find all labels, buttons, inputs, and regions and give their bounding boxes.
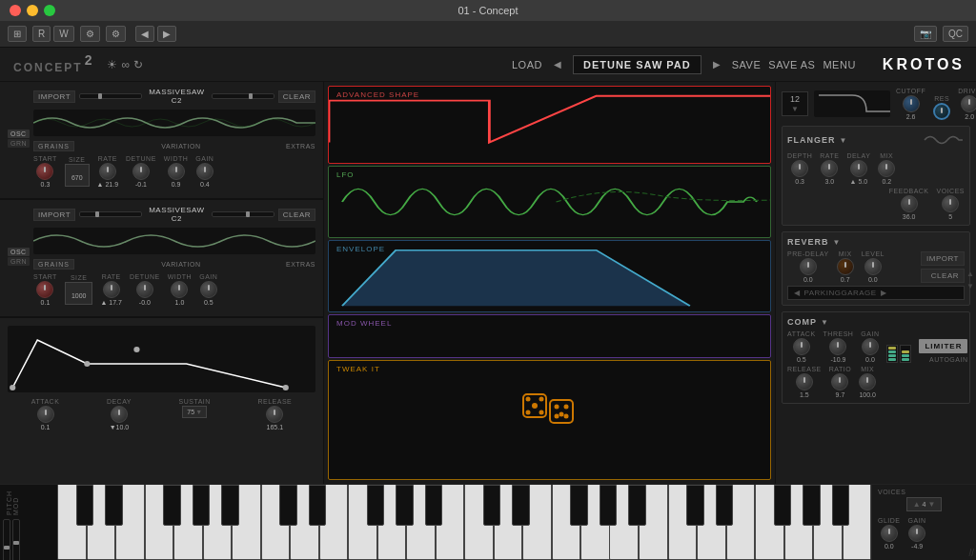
black-key[interactable] xyxy=(309,485,326,526)
next-preset-button[interactable]: ▶ xyxy=(157,26,176,42)
black-key[interactable] xyxy=(221,485,238,526)
comp-gain-knob[interactable] xyxy=(862,338,879,355)
pitch-mod-slider2[interactable] xyxy=(12,519,20,560)
next-preset-arrow[interactable]: ▶ xyxy=(709,59,724,70)
black-key[interactable] xyxy=(163,485,180,526)
write-button[interactable]: W xyxy=(53,26,73,42)
osc1-rate-knob[interactable] xyxy=(99,163,116,180)
black-key[interactable] xyxy=(600,485,617,526)
osc2-width-knob[interactable] xyxy=(171,281,188,298)
limiter-button[interactable]: LIMITER xyxy=(919,339,967,353)
grn2-tab[interactable]: GRN xyxy=(8,257,30,266)
load-button[interactable]: LOAD xyxy=(512,59,542,70)
osc1-detune-knob[interactable] xyxy=(132,163,150,180)
minimize-button[interactable] xyxy=(27,5,38,16)
osc2-right-slider[interactable] xyxy=(212,211,274,217)
black-key[interactable] xyxy=(686,485,703,526)
comp-name[interactable]: COMP xyxy=(787,317,817,327)
sustain-display[interactable]: 75 ▼ xyxy=(182,406,207,418)
black-key[interactable] xyxy=(279,485,296,526)
save-as-button[interactable]: SAVE AS xyxy=(768,59,815,70)
sync-icon[interactable]: ⚙ xyxy=(80,26,100,42)
black-key[interactable] xyxy=(425,485,442,526)
osc2-slider[interactable] xyxy=(79,211,142,217)
osc2-import-button[interactable]: IMPORT xyxy=(33,209,75,221)
reverb-clear-button[interactable]: CLEAR xyxy=(921,269,965,283)
comp-dropdown[interactable]: ▼ xyxy=(821,318,828,327)
osc1-right-slider[interactable] xyxy=(212,93,274,99)
black-key[interactable] xyxy=(105,485,122,526)
decay-knob[interactable] xyxy=(111,406,128,423)
osc2-start-knob[interactable] xyxy=(36,281,53,298)
osc1-gain-knob[interactable] xyxy=(196,163,214,180)
flanger-mix-knob[interactable] xyxy=(878,160,895,177)
osc1-size-display[interactable]: 670 xyxy=(65,164,90,187)
record-button[interactable]: R xyxy=(32,26,51,42)
osc2-rate-knob[interactable] xyxy=(103,281,120,298)
config-icon[interactable]: ⚙ xyxy=(106,26,126,42)
black-key[interactable] xyxy=(832,485,849,526)
close-button[interactable] xyxy=(10,5,21,16)
osc2-tab[interactable]: OSC xyxy=(8,248,30,256)
scroll-down-arrow[interactable]: ▼ xyxy=(966,282,974,290)
camera-icon[interactable]: 📷 xyxy=(914,26,937,42)
drive-knob[interactable] xyxy=(961,95,976,112)
black-key[interactable] xyxy=(483,485,500,526)
black-key[interactable] xyxy=(193,485,210,526)
black-key[interactable] xyxy=(628,485,645,526)
save-button[interactable]: SAVE xyxy=(732,59,762,70)
tweak-it-icon[interactable] xyxy=(521,392,579,449)
release-knob[interactable] xyxy=(266,406,283,423)
osc2-detune-knob[interactable] xyxy=(136,281,153,298)
cutoff-knob[interactable] xyxy=(903,95,920,112)
attack-knob[interactable] xyxy=(37,406,54,423)
voices-value-display[interactable]: ▲ 4 ▼ xyxy=(906,497,943,511)
maximize-button[interactable] xyxy=(44,5,55,16)
osc1-width-knob[interactable] xyxy=(168,163,185,180)
filter-num-display[interactable]: 12 ▼ xyxy=(782,91,808,116)
qc-button[interactable]: QC xyxy=(943,26,968,42)
flanger-dropdown[interactable]: ▼ xyxy=(840,136,847,145)
black-key[interactable] xyxy=(716,485,733,526)
reverb-dropdown[interactable]: ▼ xyxy=(833,238,841,247)
refresh-icon[interactable]: ↻ xyxy=(133,58,143,71)
reverb-import-button[interactable]: IMPORT xyxy=(921,251,965,266)
comp-release-knob[interactable] xyxy=(796,373,813,390)
flanger-rate-knob[interactable] xyxy=(821,160,838,177)
pitch-mod-slider[interactable] xyxy=(3,519,10,560)
reverb-level-knob[interactable] xyxy=(864,258,882,275)
reverb-preset-button[interactable]: ◀ PARKINGGARAGE ▶ xyxy=(787,286,965,300)
link-icon[interactable]: ∞ xyxy=(121,58,130,71)
sun-icon[interactable]: ☀ xyxy=(107,58,117,71)
osc1-slider[interactable] xyxy=(79,93,142,99)
osc1-import-button[interactable]: IMPORT xyxy=(33,90,75,103)
flanger-depth-knob[interactable] xyxy=(791,160,808,177)
piano-keys[interactable] xyxy=(57,485,871,560)
flanger-delay-knob[interactable] xyxy=(850,160,867,177)
osc1-start-knob[interactable] xyxy=(36,163,53,180)
black-key[interactable] xyxy=(570,485,587,526)
reverb-mix-knob[interactable] xyxy=(837,258,854,275)
settings-icon[interactable]: ⊞ xyxy=(8,26,27,42)
comp-thresh-knob[interactable] xyxy=(829,338,846,355)
black-key[interactable] xyxy=(367,485,384,526)
prev-preset-arrow[interactable]: ◀ xyxy=(550,59,565,70)
scroll-up-arrow[interactable]: ▲ xyxy=(966,270,974,278)
black-key[interactable] xyxy=(774,485,791,526)
black-key[interactable] xyxy=(803,485,820,526)
flanger-feedback-knob[interactable] xyxy=(901,195,918,212)
black-key[interactable] xyxy=(396,485,413,526)
osc2-size-display[interactable]: 1000 xyxy=(65,282,93,305)
glide-knob[interactable] xyxy=(881,525,898,542)
black-key[interactable] xyxy=(512,485,529,526)
grn1-tab[interactable]: GRN xyxy=(8,139,30,148)
comp-ratio-knob[interactable] xyxy=(831,373,848,390)
osc1-tab[interactable]: OSC xyxy=(8,130,30,138)
osc2-gain-knob[interactable] xyxy=(200,281,217,298)
comp-attack-knob[interactable] xyxy=(793,338,810,355)
comp-mix-knob[interactable] xyxy=(859,373,876,390)
flanger-voices-knob[interactable] xyxy=(942,195,959,212)
osc2-clear-button[interactable]: CLEAR xyxy=(278,209,315,221)
menu-button[interactable]: MENU xyxy=(823,59,855,70)
kb-gain-knob[interactable] xyxy=(908,525,925,542)
